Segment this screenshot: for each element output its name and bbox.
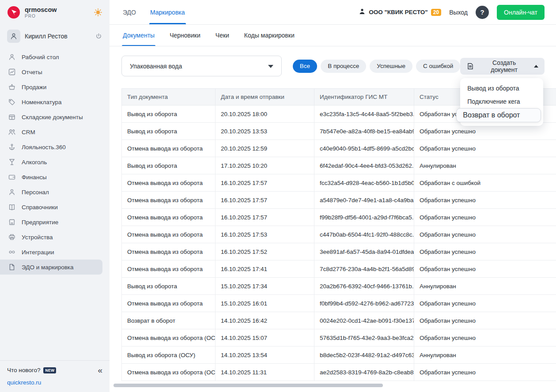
table-row[interactable]: Отмена вывода из оборота 16.10.2025 17:5… [122, 192, 556, 209]
cell-date: 14.10.2025 16:42 [216, 312, 314, 329]
whats-new-link[interactable]: Что нового? [7, 367, 40, 373]
sidebar-item-label: Номенклатура [22, 99, 62, 106]
sidebar-menu: Рабочий стол Отчеты Продажи Номенклатура [0, 49, 110, 275]
theme-toggle-icon[interactable] [94, 8, 102, 17]
create-menu-item[interactable]: Подключение кега [460, 95, 543, 108]
documents-table: Тип документа Дата и время отправки Иден… [121, 88, 556, 381]
company-name: ООО "КВИК РЕСТО" [369, 9, 428, 15]
sidebar: qrmoscow PRO Кирилл Рестов Рабочий стол [0, 0, 110, 392]
edo-icon [8, 263, 16, 271]
user-menu[interactable]: Кирилл Рестов [4, 27, 106, 45]
table-row[interactable]: Отмена вывода из оборота (ОСУ) 14.10.202… [122, 364, 556, 381]
cell-doc-type: Отмена вывода из оборота [122, 192, 216, 209]
sidebar-item[interactable]: Продажи [0, 79, 102, 94]
cell-gis-id: ae2d2583-8319-4769-8a2b-c8eab8f... [314, 364, 414, 381]
table-row[interactable]: Вывод из оборота 17.10.2025 10:20 6f42ed… [122, 157, 556, 174]
sidebar-item[interactable]: Отчеты [0, 64, 102, 79]
sidebar-item[interactable]: Складские документы [0, 109, 102, 124]
table-row[interactable]: Отмена вывода из оборота 16.10.2025 17:4… [122, 260, 556, 278]
sidebar-item-label: Складские документы [22, 114, 83, 121]
site-link[interactable]: quickresto.ru [7, 379, 102, 386]
cell-status: Обработан успешно [414, 140, 556, 157]
create-menu-item[interactable]: Возврат в оборот [456, 108, 541, 122]
sidebar-item-label: Алкоголь [22, 159, 47, 166]
devices-icon [8, 233, 16, 241]
user-name: Кирилл Рестов [25, 33, 68, 40]
table-row[interactable]: Отмена вывода из оборота (ОСУ) 14.10.202… [122, 329, 556, 347]
sidebar-item-label: Продажи [22, 84, 46, 90]
cell-gis-id: 3ee891af-6a57-45da-8a94-01dfdea... [314, 243, 414, 260]
cell-status: Обработан успешно [414, 329, 556, 347]
cell-gis-id: 20a2b676-6392-40cf-9466-13761b... [314, 278, 414, 295]
cell-doc-type: Отмена вывода из оборота [122, 140, 216, 157]
app-title: qrmoscow PRO [25, 6, 57, 19]
cell-status: Аннулирован [414, 157, 556, 174]
filter-pill[interactable]: С ошибкой [416, 60, 460, 73]
column-header: Идентификатор ГИС МТ [314, 89, 414, 106]
top-tab[interactable]: ЭДО [122, 0, 137, 24]
cell-gis-id: fcc32a54-d928-4eac-b560-1b1d5b0... [314, 174, 414, 192]
filter-pill[interactable]: В процессе [321, 60, 366, 73]
cell-date: 16.10.2025 17:52 [216, 243, 314, 260]
create-menu-item[interactable]: Вывод из оборота [460, 82, 543, 95]
sidebar-item[interactable]: Персонал [0, 185, 102, 200]
loyalty-icon [8, 143, 16, 151]
table-row[interactable]: Отмена вывода из оборота 20.10.2025 12:5… [122, 140, 556, 157]
sidebar-item[interactable]: Справочники [0, 200, 102, 215]
top-tab[interactable]: Маркировка [149, 0, 186, 24]
table-row[interactable]: Отмена вывода из оборота 16.10.2025 17:5… [122, 243, 556, 260]
table-row[interactable]: Вывод из оборота 15.10.2025 17:34 20a2b6… [122, 278, 556, 295]
cell-doc-type: Отмена вывода из оборота [122, 209, 216, 226]
cell-status: Обработан успешно [414, 192, 556, 209]
power-icon[interactable] [95, 33, 102, 40]
sidebar-item[interactable]: Номенклатура [0, 94, 102, 109]
sidebar-item[interactable]: Предприятие [0, 215, 102, 230]
sidebar-item-label: Справочники [22, 204, 58, 211]
topbar-right: ООО "КВИК РЕСТО" 20 Выход ? Онлайн-чат [359, 5, 545, 20]
horizontal-scrollbar[interactable] [113, 384, 383, 387]
enterprise-icon [8, 218, 16, 226]
table-row[interactable]: Отмена вывода из оборота 16.10.2025 17:5… [122, 174, 556, 192]
help-button[interactable]: ? [476, 6, 489, 19]
logout-link[interactable]: Выход [449, 9, 468, 16]
table-row[interactable]: Отмена вывода из оборота 16.10.2025 17:5… [122, 226, 556, 243]
sidebar-item[interactable]: Устройства [0, 230, 102, 245]
table-row[interactable]: Возврат в оборот 14.10.2025 16:42 0024e2… [122, 312, 556, 329]
sidebar-item[interactable]: Рабочий стол [0, 49, 102, 64]
cell-doc-type: Отмена вывода из оборота [122, 295, 216, 312]
create-document-button[interactable]: Создать документ [460, 58, 545, 75]
top-tabs: ЭДО Маркировка [122, 0, 186, 24]
cell-date: 16.10.2025 17:53 [216, 226, 314, 243]
cell-doc-type: Вывод из оборота [122, 157, 216, 174]
product-select[interactable]: Упакованная вода [121, 56, 282, 76]
table-row[interactable]: Вывод из оборота (ОСУ) 14.10.2025 13:54 … [122, 347, 556, 364]
sidebar-item[interactable]: Алкоголь [0, 155, 102, 170]
subtab[interactable]: Чеки [215, 25, 230, 46]
cell-status: Обработан успешно [414, 295, 556, 312]
cell-gis-id: c40e9040-95b1-4df5-8699-a5cd2bc... [314, 140, 414, 157]
sidebar-item[interactable]: Лояльность.360 [0, 139, 102, 155]
online-chat-button[interactable]: Онлайн-чат [497, 5, 545, 20]
account-menu[interactable]: ООО "КВИК РЕСТО" 20 [359, 8, 441, 16]
sidebar-item[interactable]: CRM [0, 124, 102, 139]
content: Упакованная вода Все В процессе [110, 46, 556, 392]
cell-date: 14.10.2025 15:07 [216, 329, 314, 347]
cell-date: 17.10.2025 10:20 [216, 157, 314, 174]
app-window: qrmoscow PRO Кирилл Рестов Рабочий стол [0, 0, 556, 392]
sidebar-item[interactable]: Финансы [0, 170, 102, 185]
subtabs: Документы Черновики Чеки Коды маркировки [110, 25, 556, 46]
cell-gis-id: e3c235fa-13c5-4c44-8aa5-5f2beb3... [314, 106, 414, 123]
subtab[interactable]: Коды маркировки [243, 25, 295, 46]
filter-pill[interactable]: Все [293, 60, 317, 73]
table-row[interactable]: Отмена вывода из оборота 15.10.2025 16:0… [122, 295, 556, 312]
cell-gis-id: b8dec5b2-023f-4482-91a2-d497c63... [314, 347, 414, 364]
table-row[interactable]: Отмена вывода из оборота 16.10.2025 17:5… [122, 209, 556, 226]
app-logo-icon [7, 6, 20, 19]
sidebar-item[interactable]: Интеграции [0, 245, 102, 260]
sidebar-footer: Что нового? NEW « quickresto.ru [0, 360, 110, 392]
subtab[interactable]: Черновики [169, 25, 201, 46]
subtab[interactable]: Документы [122, 25, 155, 46]
collapse-sidebar-icon[interactable]: « [98, 366, 102, 374]
filter-pill[interactable]: Успешные [370, 60, 412, 73]
sidebar-item[interactable]: ЭДО и маркировка [0, 260, 102, 275]
